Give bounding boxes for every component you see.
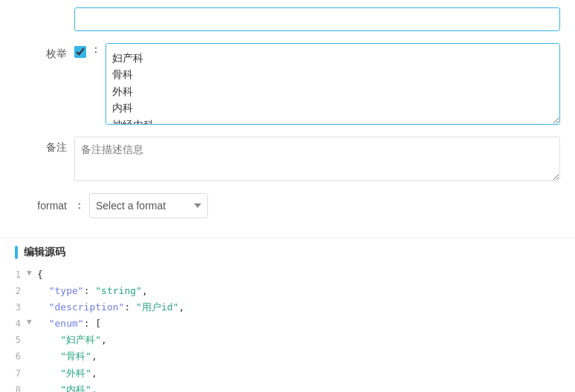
notes-textarea[interactable] — [74, 137, 560, 181]
line-num-8: 8 — [0, 382, 27, 392]
line-num-7: 7 — [0, 365, 27, 381]
format-select[interactable]: Select a format date date-time time emai… — [89, 193, 208, 218]
code-line-5: 5 "妇产科", — [0, 332, 575, 348]
code-line-4: 4 ▼ "enum": [ — [0, 316, 575, 332]
line-content-4: "enum": [ — [37, 316, 575, 332]
enum-label: 枚举 — [15, 43, 74, 61]
line-num-6: 6 — [0, 348, 27, 364]
enum-row: 枚举 ： 妇产科 骨科 外科 内科 神经内科 — [15, 43, 560, 125]
line-num-1: 1 — [0, 267, 27, 282]
code-line-7: 7 "外科", — [0, 365, 575, 382]
format-label: format — [15, 200, 74, 212]
enum-textarea[interactable]: 妇产科 骨科 外科 内科 神经内科 — [105, 43, 560, 125]
code-editor: 1 ▼ { 2 "type": "string", 3 "description… — [0, 267, 575, 392]
line-num-2: 2 — [0, 283, 27, 298]
line-content-5: "妇产科", — [37, 332, 575, 348]
line-fold-4[interactable]: ▼ — [27, 316, 37, 330]
code-line-8: 8 "内科", — [0, 382, 575, 392]
section-title: 编辑源码 — [24, 246, 65, 259]
top-input-row — [15, 7, 560, 31]
code-line-2: 2 "type": "string", — [0, 283, 575, 299]
line-content-7: "外科", — [37, 365, 575, 382]
enum-checkbox[interactable] — [74, 46, 86, 58]
line-num-3: 3 — [0, 299, 27, 315]
code-line-1: 1 ▼ { — [0, 267, 575, 283]
enum-control-wrap: ： 妇产科 骨科 外科 内科 神经内科 — [74, 43, 560, 125]
colon: ： — [91, 43, 101, 56]
line-fold-1[interactable]: ▼ — [27, 267, 37, 281]
format-row: format ： Select a format date date-time … — [15, 193, 560, 218]
line-content-3: "description": "用户id", — [37, 299, 575, 316]
line-content-1: { — [37, 267, 575, 283]
top-input-field[interactable] — [74, 7, 560, 31]
line-content-8: "内科", — [37, 382, 575, 392]
line-content-6: "骨科", — [37, 348, 575, 365]
source-editor-header: 编辑源码 — [0, 238, 575, 267]
code-line-6: 6 "骨科", — [0, 348, 575, 365]
line-content-2: "type": "string", — [37, 283, 575, 299]
section-bar-icon — [15, 246, 18, 259]
line-num-4: 4 — [0, 316, 27, 331]
code-line-3: 3 "description": "用户id", — [0, 299, 575, 316]
format-colon: ： — [74, 199, 85, 212]
notes-label: 备注 — [15, 137, 74, 154]
notes-row: 备注 — [15, 137, 560, 181]
line-num-5: 5 — [0, 332, 27, 347]
